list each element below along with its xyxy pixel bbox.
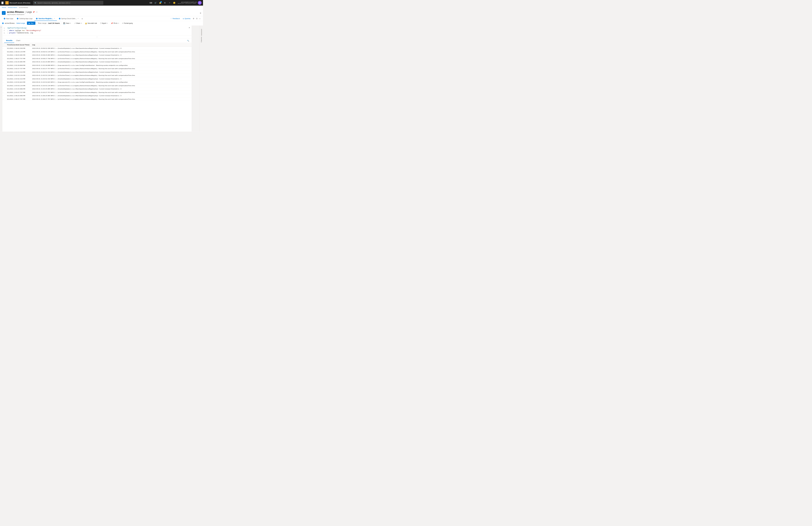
resource-icon xyxy=(2,11,5,15)
row-expand-cell[interactable]: › xyxy=(2,50,5,54)
row-expand-icon[interactable]: › xyxy=(3,61,3,63)
tab-app-logs[interactable]: 🔷 App-Logs xyxy=(2,16,15,21)
results-search-icon[interactable]: 🔍 xyxy=(186,39,190,42)
title-separator: | xyxy=(25,11,26,14)
run-button[interactable]: ▶ Run xyxy=(27,22,35,25)
table-row: ›5/1/2022, 2:06:27.757 PM2022-05-01 21:0… xyxy=(2,97,191,101)
row-expand-icon[interactable]: › xyxy=(3,82,3,83)
row-time-cell: 5/1/2022, 2:03:25.996 PM xyxy=(5,87,31,91)
user-section[interactable]: asirveda@microsoft.com MICROSOFT (MICROS… xyxy=(178,1,202,5)
breadcrumb-store[interactable]: Fitness-Store xyxy=(8,6,17,8)
columns-label[interactable]: Columns xyxy=(201,36,202,43)
row-expand-cell[interactable]: › xyxy=(2,47,5,50)
row-expand-icon[interactable]: › xyxy=(3,78,3,79)
tab-spring-cloud-gate[interactable]: 🔷 Spring-Cloud-Gate... ✕ xyxy=(57,16,81,21)
results-tabs: Results Chart 🔍 xyxy=(2,39,191,43)
tab4-close[interactable]: ✕ xyxy=(77,17,79,19)
save-button[interactable]: 💾 Save ∨ xyxy=(62,22,72,25)
expand-icon[interactable]: ⊡ xyxy=(195,17,198,20)
resource-name: acme-fitness xyxy=(7,11,24,14)
row-expand-cell[interactable]: › xyxy=(2,84,5,87)
feedback-button[interactable]: ♡ Feedback xyxy=(169,17,181,20)
row-expand-cell[interactable]: › xyxy=(2,63,5,67)
cloud-shell-button[interactable]: ⌨ xyxy=(149,1,153,5)
row-expand-icon[interactable]: › xyxy=(3,95,3,96)
row-expand-icon[interactable]: › xyxy=(3,99,3,100)
save-label: Save xyxy=(66,22,69,24)
query-editor[interactable]: 1 2 3 AppPlatformSystemLogs | where LogT… xyxy=(2,26,191,36)
row-expand-cell[interactable]: › xyxy=(2,97,5,101)
settings-button[interactable]: ⚙ xyxy=(163,1,167,5)
tab-service-registry[interactable]: 🔷 Service-Registr... ✕ xyxy=(34,16,57,21)
export-button[interactable]: ⤴ Export ∨ xyxy=(99,22,109,25)
row-expand-cell[interactable]: › xyxy=(2,54,5,57)
feedback-button[interactable]: 😊 xyxy=(172,1,176,5)
row-expand-cell[interactable]: › xyxy=(2,80,5,84)
results-table-wrapper[interactable]: TimeGenerated [Local Time] Log ›5/1/2022… xyxy=(2,43,191,131)
export-chevron: ∨ xyxy=(107,22,108,24)
row-expand-icon[interactable]: › xyxy=(3,75,3,76)
more-options-icon[interactable]: ··· xyxy=(36,11,38,13)
select-scope-button[interactable]: Select scope xyxy=(15,22,26,25)
row-expand-cell[interactable]: › xyxy=(2,91,5,94)
row-expand-cell[interactable]: › xyxy=(2,57,5,60)
pin-to-button[interactable]: 📌 Pin to ∨ xyxy=(110,22,120,25)
row-expand-icon[interactable]: › xyxy=(3,71,3,73)
vertical-scrollbar[interactable] xyxy=(201,27,202,36)
azure-marketplace-button[interactable]: 🛒 xyxy=(154,1,158,5)
row-expand-icon[interactable]: › xyxy=(3,51,3,52)
help-button[interactable]: ? xyxy=(168,1,172,5)
row-expand-icon[interactable]: › xyxy=(3,88,3,90)
table-row: ›5/1/2022, 1:58:27.757 PM2022-05-01 20:5… xyxy=(2,57,191,60)
th-log[interactable]: Log xyxy=(31,43,191,47)
th-time-generated[interactable]: TimeGenerated [Local Time] xyxy=(5,43,31,47)
breadcrumb-home[interactable]: Home xyxy=(2,6,6,8)
row-time-cell: 5/1/2022, 2:03:53.134 PM xyxy=(5,84,31,87)
row-time-cell: 5/1/2022, 1:58:25.995 PM xyxy=(5,54,31,57)
new-alert-button[interactable]: 🔔 New alert rule xyxy=(84,22,98,25)
row-expand-cell[interactable]: › xyxy=(2,77,5,80)
svg-rect-0 xyxy=(3,12,5,14)
row-expand-icon[interactable]: › xyxy=(3,55,3,56)
row-expand-cell[interactable]: › xyxy=(2,60,5,64)
notifications-button[interactable]: 🔔 6 xyxy=(158,1,162,5)
pin-icon[interactable]: 📌 xyxy=(33,11,35,13)
row-expand-icon[interactable]: › xyxy=(3,65,3,66)
row-log-cell: 2022-05-01 20:58:27.756 INFO 1 --- [a-Ev… xyxy=(31,57,191,60)
row-expand-icon[interactable]: › xyxy=(3,85,3,86)
code-str-value: "ServiceRegistry" xyxy=(26,30,41,31)
schema-filter-sidebar[interactable]: Schema and Filter xyxy=(191,26,200,132)
row-expand-icon[interactable]: › xyxy=(3,92,3,93)
row-expand-cell[interactable]: › xyxy=(2,87,5,91)
time-range-button[interactable]: Time range : Last 24 hours xyxy=(36,22,61,25)
row-expand-cell[interactable]: › xyxy=(2,70,5,74)
add-tab-button[interactable]: + xyxy=(81,17,84,21)
format-query-button[interactable]: ≡ Format query xyxy=(121,22,134,25)
row-expand-icon[interactable]: › xyxy=(3,48,3,49)
notification-badge: 6 xyxy=(160,1,162,3)
chart-tab[interactable]: Chart xyxy=(14,39,22,43)
row-expand-cell[interactable]: › xyxy=(2,67,5,71)
close-button[interactable]: ✕ xyxy=(200,12,201,14)
results-tab[interactable]: Results xyxy=(4,39,14,43)
chevron-down-icon[interactable]: ∨ xyxy=(199,17,201,20)
row-expand-icon[interactable]: › xyxy=(3,58,3,59)
hamburger-menu[interactable]: ☰ xyxy=(1,1,3,4)
row-expand-cell[interactable]: › xyxy=(2,74,5,77)
editor-results-divider[interactable]: ··· xyxy=(2,36,191,39)
tab3-close[interactable]: ✕ xyxy=(54,17,55,19)
row-time-cell: 5/1/2022, 1:58:27.757 PM xyxy=(5,57,31,60)
tab-catalog-app-logs[interactable]: 🔷 Catalog-App-Logs xyxy=(15,16,34,21)
scrollbar-thumb[interactable] xyxy=(201,29,202,36)
user-avatar[interactable]: A xyxy=(198,1,202,5)
share-button[interactable]: ↗ Share ∨ xyxy=(73,22,83,25)
left-panel-toggle[interactable]: » xyxy=(0,26,2,132)
queries-button[interactable]: ≡ Queries xyxy=(182,17,192,20)
collapse-editor-button[interactable]: ▲ xyxy=(189,27,190,29)
row-expand-cell[interactable]: › xyxy=(2,94,5,97)
search-bar[interactable]: 🔍 Search resources, services, and docs (… xyxy=(33,1,103,5)
table-row: ›5/1/2022, 1:56:53.134 PM2022-05-01 20:5… xyxy=(2,50,191,54)
row-expand-icon[interactable]: › xyxy=(3,68,3,70)
row-log-cell: 2022-05-01 21:03:53.134 INFO 1 --- [a-Ev… xyxy=(31,84,191,87)
tab-settings-icon[interactable]: ⚙ xyxy=(192,17,195,20)
